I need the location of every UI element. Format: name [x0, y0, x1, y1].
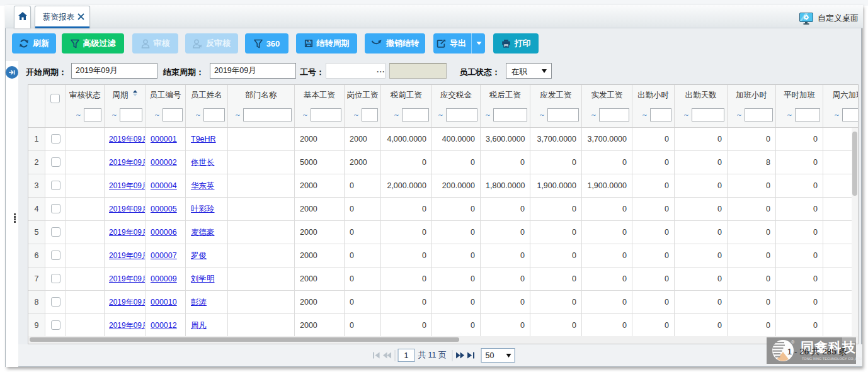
cell-link-code[interactable]: 000004 — [151, 181, 177, 190]
table-row[interactable]: 22019年09月000002佟世长50002000000000080 — [28, 151, 858, 174]
page-number-input[interactable] — [398, 349, 415, 362]
cell-link-period[interactable]: 2019年09月 — [109, 251, 146, 260]
start-period-input[interactable] — [71, 63, 157, 79]
export-button[interactable]: 导出 — [433, 33, 485, 54]
employee-status-select[interactable]: 在职 — [506, 63, 552, 79]
table-row[interactable]: 92019年09月000012周凡20000000000000 — [28, 314, 858, 337]
filter-input-name[interactable] — [203, 108, 225, 121]
cell-link-code[interactable]: 000002 — [151, 158, 177, 167]
row-checkbox[interactable] — [51, 297, 60, 307]
customize-desktop-link[interactable]: 自定义桌面 — [799, 11, 859, 26]
vertical-scrollbar[interactable] — [852, 128, 858, 337]
filter-input-period[interactable] — [120, 108, 142, 121]
filter-input-actual[interactable] — [599, 108, 629, 121]
print-button[interactable]: 打印 — [493, 33, 539, 54]
cell-link-name[interactable]: 佟世长 — [191, 158, 215, 167]
table-row[interactable]: 82019年09月000010彭涛20000000000000 — [28, 291, 858, 314]
cell-link-period[interactable]: 2019年09月 — [109, 181, 146, 190]
undo-icon — [371, 40, 382, 47]
row-checkbox[interactable] — [51, 181, 60, 190]
filter-input-post[interactable] — [362, 108, 378, 121]
filter-input-weekot[interactable] — [795, 108, 820, 121]
filter-input-othours[interactable] — [745, 108, 773, 121]
cell-link-name[interactable]: 麦德豪 — [191, 228, 215, 237]
cell-link-code[interactable]: 000012 — [151, 321, 177, 330]
filter-input-payable[interactable] — [547, 108, 579, 121]
unaudit-button[interactable]: 反审核 — [185, 33, 238, 54]
filter-input-audit[interactable] — [84, 108, 101, 121]
v360-button[interactable]: 360 — [245, 33, 288, 54]
cell-link-code[interactable]: 000006 — [151, 228, 177, 237]
cell-link-name[interactable]: T9eHR — [191, 135, 216, 144]
row-checkbox[interactable] — [51, 204, 60, 213]
cell-link-period[interactable]: 2019年09月 — [109, 205, 146, 213]
cell-seq: 5 — [28, 221, 45, 244]
column-header-period[interactable]: 周期 ～ — [105, 85, 146, 127]
table-row[interactable]: 42019年09月000005叶彩玲20000000000000 — [28, 198, 858, 221]
cell-link-name[interactable]: 周凡 — [191, 321, 207, 330]
row-checkbox[interactable] — [51, 134, 60, 144]
filter-input-base[interactable] — [311, 108, 341, 121]
tab-home[interactable] — [14, 6, 31, 28]
home-icon — [18, 12, 27, 20]
cell-link-name[interactable]: 叶彩玲 — [191, 205, 215, 213]
cell-link-period[interactable]: 2019年09月 — [109, 298, 146, 307]
horizontal-scrollbar-thumb[interactable] — [30, 337, 459, 342]
table-row[interactable]: 72019年09月000009刘学明20000000000000 — [28, 268, 858, 291]
filter-input-dept[interactable] — [243, 108, 292, 121]
cell-link-period[interactable]: 2019年09月 — [109, 321, 146, 330]
filter-input-tax[interactable] — [446, 108, 477, 121]
horizontal-scrollbar[interactable] — [28, 336, 858, 344]
cell-text: 8 — [766, 158, 770, 167]
end-period-input[interactable] — [210, 63, 296, 79]
cell-link-code[interactable]: 000009 — [151, 274, 177, 283]
cell-link-period[interactable]: 2019年09月 — [109, 274, 146, 283]
carry-button[interactable]: 结转周期 — [296, 33, 357, 54]
filter-input-satot[interactable] — [842, 108, 859, 121]
close-icon[interactable] — [77, 13, 84, 20]
caret-down-icon[interactable] — [476, 42, 482, 45]
row-checkbox[interactable] — [51, 320, 60, 330]
refresh-button[interactable]: 刷新 — [12, 33, 56, 54]
page-size-select[interactable]: 50 — [481, 348, 515, 363]
uncarry-button[interactable]: 撤销结转 — [365, 33, 425, 54]
tab-salary-report[interactable]: 薪资报表 — [35, 6, 90, 28]
cell-link-period[interactable]: 2019年09月 — [109, 228, 146, 237]
last-page-button[interactable] — [465, 349, 476, 363]
row-checkbox[interactable] — [51, 251, 60, 260]
cell-link-name[interactable]: 华东英 — [191, 181, 215, 190]
filter-input-days[interactable] — [692, 108, 724, 121]
cell-link-name[interactable]: 刘学明 — [191, 274, 215, 283]
table-row[interactable]: 62019年09月000007罗俊20000000000000 — [28, 244, 858, 268]
filter-input-hours[interactable] — [650, 108, 671, 121]
select-all-checkbox[interactable] — [50, 94, 60, 103]
audit-button[interactable]: 审核 — [132, 33, 178, 54]
vertical-scrollbar-thumb[interactable] — [852, 132, 857, 196]
cell-link-name[interactable]: 彭涛 — [191, 298, 207, 307]
cell-text: 0 — [572, 274, 576, 283]
next-page-button[interactable] — [455, 349, 465, 363]
cell-link-period[interactable]: 2019年09月 — [109, 158, 146, 167]
cell-days: 0 — [675, 221, 728, 244]
filter-input-aftertax[interactable] — [493, 108, 527, 121]
row-checkbox[interactable] — [51, 227, 60, 237]
cell-link-code[interactable]: 000007 — [151, 251, 177, 260]
first-page-button[interactable] — [371, 349, 382, 363]
filter-input-code[interactable] — [163, 108, 183, 121]
table-row[interactable]: 32019年09月000004华东英200002,000.0000200.000… — [28, 174, 858, 198]
cell-link-name[interactable]: 罗俊 — [191, 251, 207, 260]
prev-page-button[interactable] — [382, 349, 392, 363]
advfilter-button[interactable]: 高级过滤 — [62, 33, 124, 54]
table-row[interactable]: 52019年09月000006麦德豪20000000000000 — [28, 221, 858, 244]
filter-input-pretax[interactable] — [402, 108, 429, 121]
table-row[interactable]: 12019年09月000001T9eHR200020004,000.000040… — [28, 128, 858, 151]
splitter-drag-handle[interactable] — [14, 213, 16, 223]
sort-icon[interactable] — [133, 90, 137, 96]
work-no-lookup-dots[interactable]: ··· — [377, 67, 385, 76]
cell-link-code[interactable]: 000001 — [151, 135, 177, 144]
row-checkbox[interactable] — [51, 274, 60, 283]
cell-link-code[interactable]: 000010 — [151, 298, 177, 307]
row-checkbox[interactable] — [51, 157, 60, 167]
cell-link-code[interactable]: 000005 — [151, 205, 177, 213]
cell-link-period[interactable]: 2019年09月 — [109, 135, 146, 144]
